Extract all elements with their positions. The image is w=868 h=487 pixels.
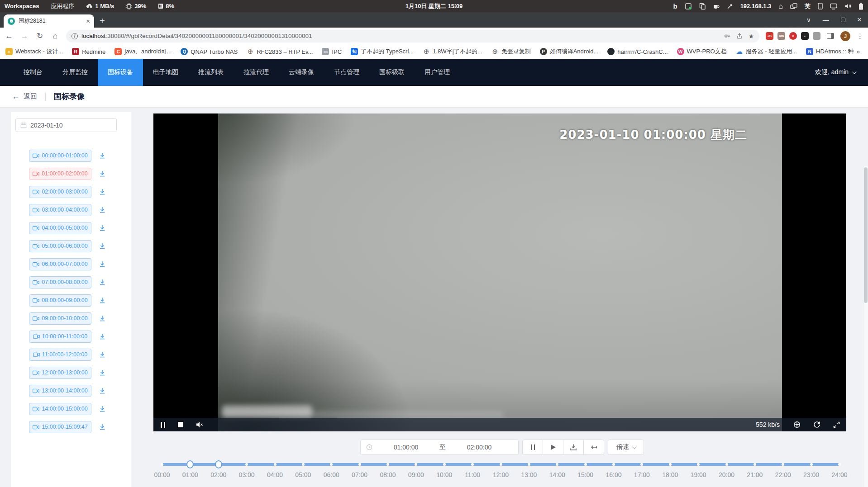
record-segment-button[interactable]: 12:00:00-13:00:00 <box>29 367 91 379</box>
download-record-button[interactable] <box>99 279 106 286</box>
record-segment-button[interactable]: 11:00:00-12:00:00 <box>29 349 91 361</box>
record-segment-button[interactable]: 14:00:00-15:00:00 <box>29 403 91 415</box>
play-button[interactable] <box>543 440 563 455</box>
record-segment-button[interactable]: 01:00:00-02:00:00 <box>29 168 91 180</box>
bookmark-item[interactable]: RRedmine <box>72 48 105 55</box>
bookmark-item[interactable]: ≡Webstack - 设计... <box>5 47 63 56</box>
bookmark-item[interactable]: ⊕免登录复制 <box>491 47 531 56</box>
new-tab-button[interactable]: + <box>100 14 105 28</box>
coffee-cup-tray-icon[interactable] <box>713 3 720 9</box>
nav-item-6[interactable]: 拉流代理 <box>234 59 279 86</box>
bookmark-item[interactable]: ☁服务器 - 轻量应用... <box>736 47 797 56</box>
home-button[interactable]: ⌂ <box>51 32 60 41</box>
timeline-handle[interactable] <box>215 460 222 468</box>
refresh-button[interactable] <box>813 421 820 428</box>
mute-button[interactable] <box>196 421 204 428</box>
record-segment-button[interactable]: 15:00:00-15:09:47 <box>29 421 91 433</box>
profile-avatar[interactable]: J <box>840 31 850 41</box>
bookmark-item[interactable]: Cjava、android可... <box>114 47 172 56</box>
speed-dropdown[interactable]: 倍速 <box>608 440 644 455</box>
nav-item-1[interactable]: 控制台 <box>14 59 52 86</box>
bookmark-item[interactable]: ⊕1.8W字|了不起的... <box>423 47 482 56</box>
clock-menu[interactable]: 1月10日 星期二 15∶09 <box>405 2 463 10</box>
ip-address-indicator[interactable]: 192.168.1.3 <box>740 3 772 9</box>
nav-item-4[interactable]: 电子地图 <box>143 59 188 86</box>
record-segment-button[interactable]: 02:00:00-03:00:00 <box>29 186 91 198</box>
forward-button[interactable]: → <box>20 32 29 41</box>
download-button[interactable] <box>563 440 584 455</box>
red-circle-extension-icon[interactable]: ✕ <box>789 32 797 40</box>
reload-button[interactable]: ↻ <box>35 31 44 41</box>
browser-tab[interactable]: 国标28181 × <box>4 14 94 28</box>
record-segment-button[interactable]: 05:00:00-06:00:00 <box>29 240 91 252</box>
download-record-button[interactable] <box>99 206 106 213</box>
bookmark-star-icon[interactable]: ★ <box>748 33 754 40</box>
input-method-indicator[interactable]: 英 <box>805 2 811 10</box>
applications-button[interactable]: 应用程序 <box>51 2 74 10</box>
back-arrow-icon[interactable]: ← <box>12 92 20 101</box>
timeline-track[interactable] <box>162 463 839 466</box>
record-segment-button[interactable]: 04:00:00-05:00:00 <box>29 222 91 234</box>
bing-tray-icon[interactable]: b <box>673 2 677 10</box>
download-record-button[interactable] <box>99 170 106 177</box>
snapshot-button[interactable] <box>793 421 801 428</box>
side-panel-icon[interactable] <box>827 33 834 39</box>
page-scrollbar[interactable] <box>863 166 868 487</box>
bookmarks-overflow-button[interactable]: » <box>854 48 863 55</box>
bookmark-item[interactable]: 知了不起的 TypeScri... <box>351 47 414 56</box>
timeline-handle[interactable] <box>186 460 194 468</box>
record-segment-button[interactable]: 09:00:00-10:00:00 <box>29 312 91 325</box>
dark-extension-icon[interactable]: ▪ <box>801 32 809 40</box>
record-segment-button[interactable]: 08:00:00-09:00:00 <box>29 294 91 307</box>
bookmark-item[interactable]: ⊕RFC2833 – RTP Ev... <box>247 48 313 55</box>
workspaces-tray-icon[interactable] <box>790 3 797 9</box>
record-segment-button[interactable]: 00:00:00-01:00:00 <box>29 150 91 162</box>
bookmark-item[interactable]: ▭IPC <box>322 48 342 55</box>
stop-button[interactable] <box>178 422 183 427</box>
download-record-button[interactable] <box>99 224 106 232</box>
js-extension-icon[interactable]: JS <box>766 32 773 40</box>
bookmark-item[interactable]: NHDAtmos :: 种子 *... <box>806 47 854 56</box>
download-record-button[interactable] <box>99 242 106 250</box>
record-segment-button[interactable]: 10:00:00-11:00:00 <box>29 331 91 343</box>
home-tray-icon[interactable]: ⌂ <box>778 2 783 10</box>
nav-item-9[interactable]: 国标级联 <box>369 59 415 86</box>
tab-search-chevron-icon[interactable]: ∨ <box>806 16 811 24</box>
download-record-button[interactable] <box>99 369 106 376</box>
fullscreen-button[interactable] <box>833 421 840 428</box>
download-record-button[interactable] <box>99 351 106 358</box>
download-record-button[interactable] <box>99 405 106 412</box>
browser-menu-icon[interactable]: ⋮ <box>857 32 863 40</box>
seek-back-button[interactable] <box>583 440 604 455</box>
download-record-button[interactable] <box>99 152 106 159</box>
nav-item-3[interactable]: 国标设备 <box>98 59 143 86</box>
window-minimize-button[interactable]: — <box>823 16 829 24</box>
date-picker-input[interactable]: 2023-01-10 <box>15 118 117 132</box>
puzzle-extension-icon[interactable] <box>813 32 820 40</box>
passwords-key-icon[interactable] <box>724 33 731 39</box>
scrollbar-thumb[interactable] <box>864 167 868 303</box>
bookmark-item[interactable]: QQNAP Turbo NAS <box>181 48 238 55</box>
color-picker-tray-icon[interactable] <box>727 3 733 9</box>
nav-item-8[interactable]: 节点管理 <box>324 59 369 86</box>
workspaces-button[interactable]: Workspaces <box>5 3 39 9</box>
record-segment-button[interactable]: 03:00:00-04:00:00 <box>29 204 91 216</box>
window-close-button[interactable]: × <box>857 15 862 24</box>
clipboard-tray-icon[interactable] <box>699 3 706 9</box>
nav-item-10[interactable]: 用户管理 <box>415 59 460 86</box>
record-segment-button[interactable]: 13:00:00-14:00:00 <box>29 385 91 397</box>
download-record-button[interactable] <box>99 188 106 195</box>
address-bar[interactable]: i localhost:38080/#/gbRecordDetail/34020… <box>66 30 759 43</box>
back-button[interactable]: ← <box>5 32 14 41</box>
volume-tray-icon[interactable] <box>844 3 851 9</box>
record-segment-button[interactable]: 06:00:00-07:00:00 <box>29 258 91 270</box>
pause-button[interactable] <box>161 422 165 428</box>
share-icon[interactable] <box>736 33 743 39</box>
bookmark-item[interactable]: P如何编译Android... <box>540 47 599 56</box>
download-record-button[interactable] <box>99 315 106 322</box>
download-record-button[interactable] <box>99 297 106 304</box>
download-record-button[interactable] <box>99 423 106 430</box>
display-tray-icon[interactable] <box>830 3 837 9</box>
bookmark-item[interactable]: WWVP-PRO文档 <box>677 47 727 56</box>
download-record-button[interactable] <box>99 260 106 268</box>
